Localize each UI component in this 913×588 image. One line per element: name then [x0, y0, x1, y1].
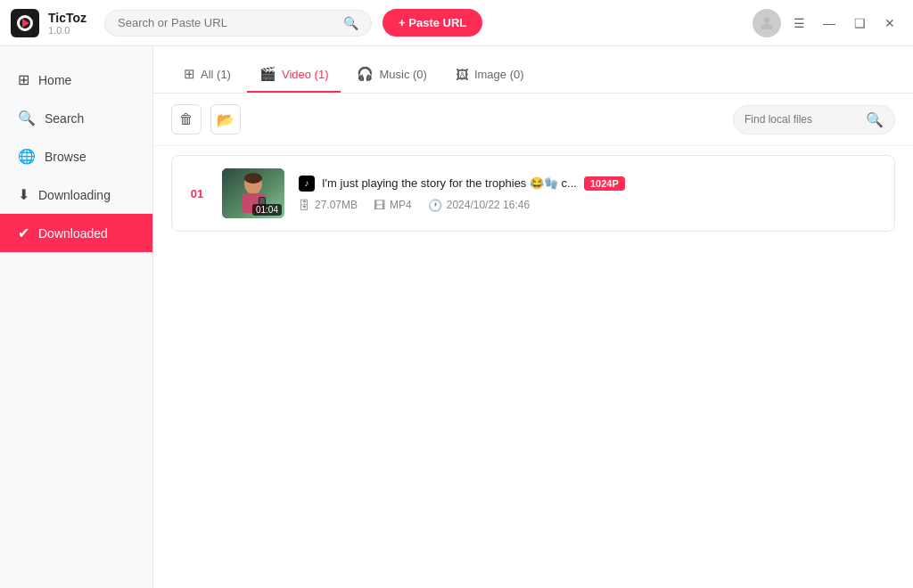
- folder-icon: 📂: [217, 111, 234, 128]
- app-version: 1.0.0: [48, 25, 86, 36]
- date-icon: 🕐: [428, 199, 442, 212]
- item-number: 01: [186, 187, 208, 200]
- downloading-icon: ⬇: [18, 186, 29, 203]
- avatar[interactable]: [753, 9, 781, 37]
- format: MP4: [390, 199, 412, 211]
- open-folder-button[interactable]: 📂: [210, 104, 241, 135]
- search-icon[interactable]: 🔍: [343, 16, 358, 30]
- video-tab-icon: 🎬: [259, 66, 276, 82]
- thumbnail-wrap: 01:04: [222, 168, 284, 218]
- sidebar-item-browse[interactable]: 🌐 Browse: [0, 137, 152, 176]
- svg-point-5: [244, 173, 262, 184]
- sidebar-label-home: Home: [38, 73, 71, 87]
- sidebar-label-browse: Browse: [45, 150, 86, 164]
- item-title: I'm just playing the story for the troph…: [322, 176, 577, 190]
- file-size-meta: 🗄 27.07MB: [299, 199, 358, 212]
- filesize-icon: 🗄: [299, 199, 310, 212]
- delete-button[interactable]: 🗑: [171, 104, 202, 135]
- content-area: ⊞ All (1) 🎬 Video (1) 🎧 Music (0) 🖼 Imag…: [153, 46, 913, 588]
- titlebar: TicToz 1.0.0 🔍 + Paste URL ☰ — ❑ ✕: [0, 0, 913, 46]
- minimize-button[interactable]: —: [817, 11, 842, 36]
- item-meta: 🗄 27.07MB 🎞 MP4 🕐 2024/10/22 16:46: [299, 199, 880, 212]
- format-icon: 🎞: [374, 199, 385, 212]
- tab-music-label: Music (0): [379, 68, 426, 81]
- browse-icon: 🌐: [18, 148, 36, 165]
- close-button[interactable]: ✕: [877, 11, 902, 36]
- sidebar: ⊞ Home 🔍 Search 🌐 Browse ⬇ Downloading ✔…: [0, 46, 153, 588]
- tab-image[interactable]: 🖼 Image (0): [443, 60, 537, 93]
- format-meta: 🎞 MP4: [374, 199, 412, 212]
- image-tab-icon: 🖼: [456, 67, 469, 82]
- home-icon: ⊞: [18, 71, 29, 88]
- app-logo-inner: [17, 15, 33, 31]
- all-tab-icon: ⊞: [184, 66, 195, 82]
- paste-url-button[interactable]: + Paste URL: [382, 9, 482, 37]
- svg-point-0: [764, 17, 770, 23]
- search-sidebar-icon: 🔍: [18, 110, 36, 127]
- search-bar: 🔍: [104, 10, 372, 37]
- duration-badge: 01:04: [252, 204, 282, 216]
- app-logo-triangle: [22, 19, 29, 28]
- sidebar-item-search[interactable]: 🔍 Search: [0, 99, 152, 137]
- tab-image-label: Image (0): [474, 68, 524, 81]
- app-name: TicToz: [48, 11, 86, 25]
- date: 2024/10/22 16:46: [447, 199, 530, 211]
- find-local-input[interactable]: [744, 113, 860, 126]
- app-logo: [11, 9, 39, 37]
- sidebar-item-downloaded[interactable]: ✔ Downloaded: [0, 214, 152, 252]
- tab-music[interactable]: 🎧 Music (0): [344, 59, 439, 93]
- sidebar-label-search: Search: [45, 111, 84, 126]
- main-layout: ⊞ Home 🔍 Search 🌐 Browse ⬇ Downloading ✔…: [0, 46, 913, 588]
- download-list: 01: [153, 146, 913, 588]
- music-tab-icon: 🎧: [357, 66, 374, 82]
- quality-badge: 1024P: [584, 176, 625, 191]
- sidebar-label-downloading: Downloading: [38, 188, 111, 202]
- app-name-block: TicToz 1.0.0: [48, 11, 86, 36]
- menu-button[interactable]: ☰: [786, 11, 811, 36]
- delete-icon: 🗑: [179, 111, 193, 127]
- file-size: 27.07MB: [315, 199, 358, 211]
- tab-all[interactable]: ⊞ All (1): [171, 59, 243, 93]
- item-title-row: ♪ I'm just playing the story for the tro…: [299, 176, 880, 192]
- find-local-icon[interactable]: 🔍: [866, 111, 884, 128]
- date-meta: 🕐 2024/10/22 16:46: [428, 199, 530, 212]
- downloaded-icon: ✔: [18, 225, 29, 241]
- tiktok-icon: ♪: [299, 176, 315, 192]
- tab-video[interactable]: 🎬 Video (1): [247, 59, 341, 93]
- sidebar-item-home[interactable]: ⊞ Home: [0, 61, 152, 99]
- tab-video-label: Video (1): [282, 68, 329, 81]
- find-local-search: 🔍: [733, 105, 895, 135]
- maximize-button[interactable]: ❑: [847, 11, 872, 36]
- table-row: 01: [171, 155, 895, 232]
- tab-all-label: All (1): [201, 68, 231, 81]
- toolbar: 🗑 📂 🔍: [153, 94, 913, 146]
- tab-bar: ⊞ All (1) 🎬 Video (1) 🎧 Music (0) 🖼 Imag…: [153, 46, 913, 94]
- search-input[interactable]: [118, 16, 338, 29]
- sidebar-label-downloaded: Downloaded: [38, 226, 108, 241]
- sidebar-item-downloading[interactable]: ⬇ Downloading: [0, 176, 152, 214]
- item-info: ♪ I'm just playing the story for the tro…: [299, 176, 880, 212]
- titlebar-right: ☰ — ❑ ✕: [753, 9, 902, 37]
